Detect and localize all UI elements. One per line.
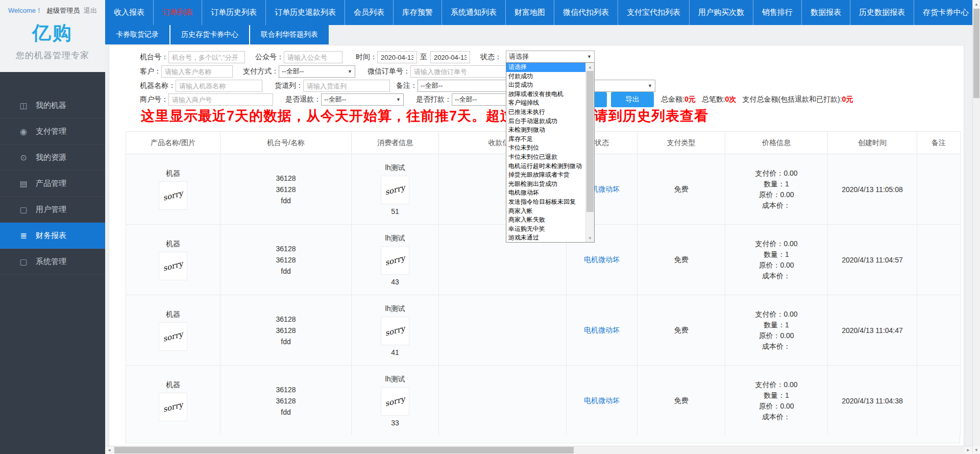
topnav-tab[interactable]: 库存预警 (394, 0, 442, 25)
broken-image-text: sorry (384, 324, 406, 338)
machine-no-input[interactable] (168, 51, 245, 63)
status-option[interactable]: 已推送未执行 (506, 108, 586, 117)
status-option[interactable]: 卡位未到位 (506, 144, 586, 153)
sidebar-header: Welcome！ 超级管理员 退出 亿购 您的机器管理专家 (0, 0, 105, 72)
sidebar-item-product[interactable]: ▤产品管理 (0, 171, 105, 197)
status-option[interactable]: 商家入帐失败 (506, 216, 586, 225)
subnav-tab[interactable]: 卡券取货记录 (105, 25, 170, 44)
merchant-no-input[interactable] (168, 93, 273, 106)
status-option[interactable]: 幸运购无中奖 (506, 225, 586, 234)
scroll-down-icon[interactable]: ▼ (973, 446, 980, 454)
sidebar-item-resource[interactable]: ⊙我的资源 (0, 145, 105, 171)
status-option[interactable]: 商家入帐 (506, 207, 586, 216)
channel-col-input[interactable] (303, 80, 390, 92)
status-link[interactable]: 电机微动坏 (584, 255, 620, 264)
logout-link[interactable]: 退出 (84, 6, 97, 15)
topnav-tab[interactable]: 支付宝代扣列表 (618, 0, 690, 25)
topnav-tab[interactable]: 用户购买次数 (690, 0, 753, 25)
topnav-tab[interactable]: 存货卡券中心 (914, 0, 978, 25)
topnav-tab[interactable]: 数据报表 (802, 0, 850, 25)
status-option[interactable]: 电机微动坏 (506, 188, 586, 198)
price-cell: 支付价：0.00数量：1原价：0.00成本价： (725, 366, 828, 436)
status-option[interactable]: 游戏未通过 (506, 233, 586, 243)
pay-method-select[interactable]: --全部-- ▼ (279, 65, 355, 78)
welcome-text: Welcome！ (8, 6, 42, 15)
sidebar-item-finance[interactable]: ≣财务报表 (0, 223, 105, 249)
status-option[interactable]: 故障或者没有接电机 (506, 90, 586, 99)
status-option[interactable]: 发送指令给目标板未回复 (506, 198, 586, 207)
topnav-tab[interactable]: 订单历史列表 (202, 0, 266, 25)
customer-input[interactable] (161, 65, 233, 78)
topnav-tab[interactable]: 会员列表 (345, 0, 394, 25)
sidebar: Welcome！ 超级管理员 退出 亿购 您的机器管理专家 ◫我的机器◉支付管理… (0, 0, 105, 454)
status-option[interactable]: 请选择 (506, 63, 586, 72)
product-image-placeholder: sorry (159, 322, 187, 351)
topnav-tab[interactable]: 订单历史退款列表 (266, 0, 345, 25)
consumer-name: lh测试 (352, 375, 438, 384)
price-line: 成本价： (725, 271, 827, 281)
sidebar-item-label: 系统管理 (36, 257, 66, 267)
status-option[interactable]: 后台手动退款成功 (506, 117, 586, 126)
remark-cell (917, 225, 961, 295)
horizontal-scrollbar-thumb[interactable] (114, 447, 574, 453)
status-link[interactable]: 电机微动坏 (584, 326, 620, 334)
price-cell: 支付价：0.00数量：1原价：0.00成本价： (725, 225, 828, 295)
status-option[interactable]: 电机运行超时未检测到微动 (506, 162, 586, 171)
topnav-tab[interactable]: 系统通知列表 (442, 0, 506, 25)
scroll-right-icon[interactable]: ► (964, 446, 972, 454)
status-option[interactable]: 光眼检测出货成功 (506, 180, 586, 189)
machine-no-label: 机台号： (140, 53, 168, 62)
public-account-input[interactable] (284, 51, 342, 63)
status-option[interactable]: 库存不足 (506, 135, 586, 144)
sidebar-item-system[interactable]: ▢系统管理 (0, 249, 105, 275)
topnav-tab[interactable]: 历史数据报表 (850, 0, 914, 25)
product-name: 机器 (126, 310, 220, 319)
consumer-name: lh测试 (352, 234, 438, 243)
date-from-input[interactable] (377, 51, 417, 63)
dropdown-scrollbar-thumb[interactable] (586, 71, 594, 212)
product-image-placeholder: sorry (159, 181, 187, 210)
consumer-image-placeholder: sorry (381, 317, 409, 345)
dropdown-scrollbar[interactable]: ▲ ▼ (585, 63, 594, 242)
sidebar-item-machine[interactable]: ◫我的机器 (0, 92, 105, 118)
price-line: 成本价： (725, 412, 827, 422)
status-option[interactable]: 客户端掉线 (506, 99, 586, 108)
machine-name-input[interactable] (176, 80, 262, 92)
refund-select[interactable]: --全部-- ▼ (321, 93, 404, 106)
status-option[interactable]: 付款成功 (506, 72, 586, 81)
machine-line: 36128 (220, 243, 351, 254)
sidebar-item-user[interactable]: ▢用户管理 (0, 197, 105, 223)
topnav-tab[interactable]: 财富地图 (506, 0, 554, 25)
vertical-scrollbar-thumb[interactable] (973, 9, 979, 98)
status-option[interactable]: 掉货光眼故障或者卡货 (506, 171, 586, 180)
status-link[interactable]: 电机微动坏 (584, 396, 620, 404)
scroll-up-icon[interactable]: ▲ (586, 63, 594, 71)
scroll-up-icon[interactable]: ▲ (973, 0, 980, 8)
topnav-tab[interactable]: 收入报表 (105, 0, 154, 25)
vertical-scrollbar[interactable]: ▲ ▼ (972, 0, 980, 454)
scroll-down-icon[interactable]: ▼ (586, 234, 594, 242)
status-option[interactable]: 出货成功 (506, 81, 586, 90)
subnav-tab[interactable]: 联合利华答题列表 (250, 25, 329, 44)
topnav-tab[interactable]: 订单列表 (154, 0, 202, 25)
sidebar-item-payment[interactable]: ◉支付管理 (0, 118, 105, 145)
product-cell: 机器sorry (126, 225, 220, 295)
filter-row-1: 机台号： 公众号： 时间： 至 状态： (140, 51, 502, 64)
topnav-tab[interactable]: 销售排行 (753, 0, 802, 25)
status-option[interactable]: 未检测到微动 (506, 126, 586, 135)
export-button[interactable]: 导出 (611, 92, 654, 107)
payment-icon: ◉ (18, 127, 29, 136)
topnav-tab[interactable]: 微信代扣列表 (554, 0, 618, 25)
status-option[interactable]: 卡位未到位已退款 (506, 153, 586, 162)
scroll-left-icon[interactable]: ◄ (105, 446, 113, 454)
price-line: 成本价： (725, 200, 827, 211)
product-name: 机器 (126, 240, 220, 249)
status-select[interactable]: 请选择 ▼ (506, 51, 595, 63)
subnav-tab[interactable]: 历史存货卡券中心 (170, 25, 250, 44)
product-name: 机器 (126, 169, 220, 178)
date-to-input[interactable] (430, 51, 470, 63)
table-header-cell: 支付类型 (638, 132, 725, 154)
product-cell: 机器sorry (126, 154, 220, 225)
horizontal-scrollbar[interactable]: ◄ ► (105, 446, 972, 454)
remark-cell (917, 154, 961, 225)
